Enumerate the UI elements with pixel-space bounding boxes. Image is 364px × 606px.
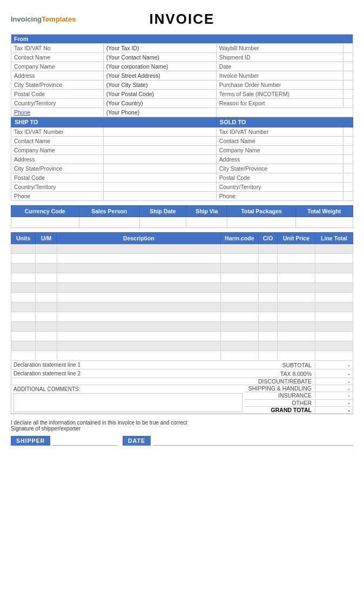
item-row-9-col-0[interactable] bbox=[11, 332, 36, 341]
item-row-5-col-2[interactable] bbox=[57, 293, 221, 302]
sold-phone-value[interactable] bbox=[343, 192, 353, 201]
item-row-8-col-0[interactable] bbox=[11, 322, 36, 332]
item-row-7-col-4[interactable] bbox=[259, 312, 278, 322]
item-row-2-col-4[interactable] bbox=[259, 264, 278, 273]
item-row-11-col-2[interactable] bbox=[57, 351, 221, 361]
item-row-2-col-6[interactable] bbox=[315, 264, 353, 273]
terms-value[interactable] bbox=[343, 90, 353, 99]
item-row-11-col-0[interactable] bbox=[11, 351, 36, 361]
ship-phone-value[interactable] bbox=[103, 192, 216, 201]
ship-country-value[interactable] bbox=[103, 183, 216, 192]
country-value[interactable]: (Your Country) bbox=[103, 99, 216, 108]
item-row-10-col-5[interactable] bbox=[278, 341, 315, 351]
item-row-1-col-6[interactable] bbox=[315, 254, 353, 264]
date-value[interactable] bbox=[343, 62, 353, 71]
item-row-0-col-3[interactable] bbox=[221, 244, 259, 254]
item-row-10-col-4[interactable] bbox=[259, 341, 278, 351]
ship-postal-value[interactable] bbox=[103, 173, 216, 183]
item-row-3-col-0[interactable] bbox=[11, 273, 36, 283]
company-name-value[interactable]: (Your corporation Name) bbox=[103, 62, 216, 71]
item-row-1-col-4[interactable] bbox=[259, 254, 278, 264]
item-row-6-col-3[interactable] bbox=[221, 302, 259, 312]
sold-company-value[interactable] bbox=[343, 146, 353, 155]
item-row-11-col-4[interactable] bbox=[259, 351, 278, 361]
item-row-8-col-5[interactable] bbox=[278, 322, 315, 332]
item-row-2-col-2[interactable] bbox=[57, 264, 221, 273]
reason-export-value[interactable] bbox=[343, 99, 353, 108]
date-line[interactable] bbox=[153, 436, 353, 446]
item-row-4-col-1[interactable] bbox=[36, 283, 57, 293]
shipper-line[interactable] bbox=[52, 436, 117, 446]
item-row-7-col-0[interactable] bbox=[11, 312, 36, 322]
item-row-1-col-0[interactable] bbox=[11, 254, 36, 264]
sold-country-value[interactable] bbox=[343, 183, 353, 192]
item-row-8-col-1[interactable] bbox=[36, 322, 57, 332]
item-row-7-col-6[interactable] bbox=[315, 312, 353, 322]
item-row-6-col-4[interactable] bbox=[259, 302, 278, 312]
ship-date-value[interactable] bbox=[139, 217, 186, 228]
ship-company-value[interactable] bbox=[103, 146, 216, 155]
item-row-11-col-1[interactable] bbox=[36, 351, 57, 361]
total-weight-value[interactable] bbox=[295, 217, 353, 228]
item-row-8-col-3[interactable] bbox=[221, 322, 259, 332]
item-row-2-col-5[interactable] bbox=[278, 264, 315, 273]
item-row-9-col-2[interactable] bbox=[57, 332, 221, 341]
item-row-9-col-3[interactable] bbox=[221, 332, 259, 341]
address-value[interactable]: (Your Street Address) bbox=[103, 71, 216, 80]
item-row-3-col-3[interactable] bbox=[221, 273, 259, 283]
item-row-5-col-6[interactable] bbox=[315, 293, 353, 302]
item-row-9-col-6[interactable] bbox=[315, 332, 353, 341]
item-row-6-col-6[interactable] bbox=[315, 302, 353, 312]
item-row-5-col-3[interactable] bbox=[221, 293, 259, 302]
postal-code-value[interactable]: (Your Postal Code) bbox=[103, 90, 216, 99]
item-row-0-col-1[interactable] bbox=[36, 244, 57, 254]
item-row-5-col-0[interactable] bbox=[11, 293, 36, 302]
item-row-2-col-3[interactable] bbox=[221, 264, 259, 273]
item-row-10-col-1[interactable] bbox=[36, 341, 57, 351]
item-row-4-col-6[interactable] bbox=[315, 283, 353, 293]
item-row-7-col-2[interactable] bbox=[57, 312, 221, 322]
item-row-3-col-5[interactable] bbox=[278, 273, 315, 283]
item-row-9-col-5[interactable] bbox=[278, 332, 315, 341]
item-row-8-col-6[interactable] bbox=[315, 322, 353, 332]
po-number-value[interactable] bbox=[343, 80, 353, 90]
item-row-5-col-1[interactable] bbox=[36, 293, 57, 302]
item-row-1-col-5[interactable] bbox=[278, 254, 315, 264]
item-row-3-col-4[interactable] bbox=[259, 273, 278, 283]
item-row-3-col-2[interactable] bbox=[57, 273, 221, 283]
item-row-8-col-4[interactable] bbox=[259, 322, 278, 332]
item-row-4-col-3[interactable] bbox=[221, 283, 259, 293]
additional-comments-field[interactable] bbox=[14, 393, 242, 412]
invoice-number-value[interactable] bbox=[343, 71, 353, 80]
item-row-0-col-5[interactable] bbox=[278, 244, 315, 254]
contact-name-value[interactable]: (Your Contact Name) bbox=[103, 53, 216, 62]
ship-city-value[interactable] bbox=[103, 164, 216, 173]
item-row-1-col-2[interactable] bbox=[57, 254, 221, 264]
tax-id-value[interactable]: (Your Tax ID) bbox=[103, 44, 216, 53]
item-row-11-col-3[interactable] bbox=[221, 351, 259, 361]
total-packages-value[interactable] bbox=[227, 217, 295, 228]
item-row-10-col-3[interactable] bbox=[221, 341, 259, 351]
item-row-10-col-6[interactable] bbox=[315, 341, 353, 351]
currency-code-value[interactable] bbox=[11, 217, 79, 228]
sold-tax-value[interactable] bbox=[343, 127, 353, 137]
item-row-7-col-1[interactable] bbox=[36, 312, 57, 322]
item-row-0-col-0[interactable] bbox=[11, 244, 36, 254]
sales-person-value[interactable] bbox=[79, 217, 139, 228]
item-row-2-col-1[interactable] bbox=[36, 264, 57, 273]
item-row-3-col-1[interactable] bbox=[36, 273, 57, 283]
item-row-10-col-2[interactable] bbox=[57, 341, 221, 351]
item-row-4-col-5[interactable] bbox=[278, 283, 315, 293]
phone-label[interactable]: Phone bbox=[11, 108, 104, 117]
item-row-11-col-6[interactable] bbox=[315, 351, 353, 361]
ship-via-value[interactable] bbox=[186, 217, 227, 228]
item-row-0-col-2[interactable] bbox=[57, 244, 221, 254]
sold-city-value[interactable] bbox=[343, 164, 353, 173]
item-row-6-col-5[interactable] bbox=[278, 302, 315, 312]
shipment-id-value[interactable] bbox=[343, 53, 353, 62]
item-row-9-col-4[interactable] bbox=[259, 332, 278, 341]
item-row-10-col-0[interactable] bbox=[11, 341, 36, 351]
phone-value[interactable]: (Your Phone) bbox=[103, 108, 216, 117]
item-row-5-col-5[interactable] bbox=[278, 293, 315, 302]
ship-contact-value[interactable] bbox=[103, 137, 216, 146]
